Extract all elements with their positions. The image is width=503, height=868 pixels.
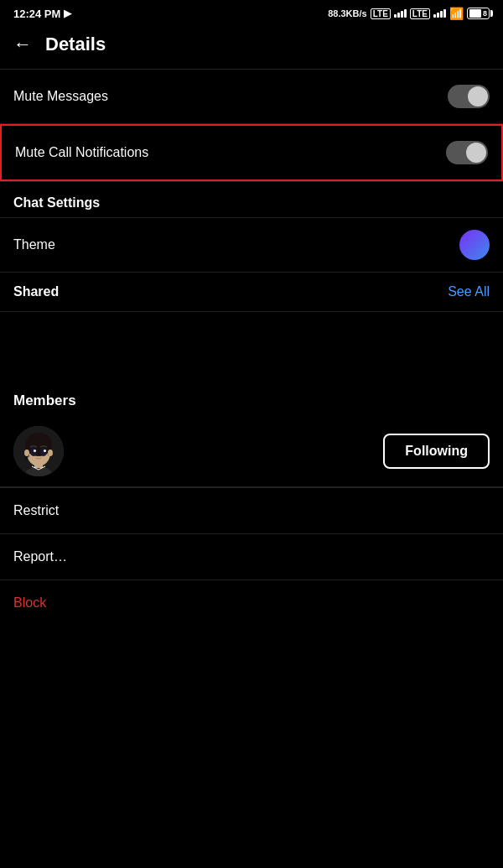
- restrict-label: Restrict: [13, 503, 59, 517]
- lte-icon-2: LTE: [410, 8, 430, 19]
- avatar-svg: [13, 426, 64, 476]
- theme-label: Theme: [13, 237, 55, 252]
- battery-indicator: 8: [467, 8, 490, 19]
- shared-label: Shared: [13, 284, 59, 299]
- signal-bars-1: [394, 9, 407, 18]
- report-label: Report…: [13, 549, 67, 564]
- member-row: Following: [0, 416, 503, 486]
- svg-point-9: [40, 448, 47, 456]
- following-button[interactable]: Following: [383, 434, 490, 469]
- spacer: [0, 312, 503, 379]
- speed-label: 88.3KB/s: [328, 8, 366, 18]
- avatar: [13, 426, 64, 476]
- svg-point-7: [48, 450, 53, 456]
- svg-point-10: [34, 450, 36, 452]
- mute-messages-label: Mute Messages: [13, 89, 108, 104]
- time-label: 12:24 PM: [13, 8, 60, 20]
- battery-level: 8: [483, 9, 487, 18]
- signal-bars-2: [433, 9, 446, 18]
- mute-call-notifications-row[interactable]: Mute Call Notifications: [0, 124, 503, 181]
- shared-row: Shared See All: [0, 273, 503, 311]
- see-all-button[interactable]: See All: [448, 284, 490, 299]
- members-section-header: Members: [0, 379, 503, 416]
- back-button[interactable]: ←: [13, 34, 32, 55]
- svg-point-8: [30, 448, 37, 456]
- avatar-image: [13, 426, 64, 476]
- location-icon: ▶: [64, 8, 71, 19]
- theme-row[interactable]: Theme: [0, 218, 503, 272]
- restrict-row[interactable]: Restrict: [0, 487, 503, 533]
- mute-call-label: Mute Call Notifications: [15, 145, 148, 160]
- block-label: Block: [13, 595, 46, 610]
- lte-icon: LTE: [371, 8, 391, 19]
- mute-call-toggle[interactable]: [446, 141, 488, 164]
- members-label: Members: [13, 392, 76, 408]
- chat-settings-label: Chat Settings: [13, 195, 100, 210]
- member-left: [13, 426, 64, 476]
- page-title: Details: [45, 34, 106, 55]
- status-bar: 12:24 PM ▶ 88.3KB/s LTE LTE 📶 8: [0, 0, 503, 23]
- svg-point-11: [44, 450, 46, 452]
- mute-messages-toggle[interactable]: [448, 85, 490, 108]
- wifi-icon: 📶: [449, 7, 464, 20]
- status-right: 88.3KB/s LTE LTE 📶 8: [328, 7, 490, 20]
- header: ← Details: [0, 23, 503, 69]
- block-row[interactable]: Block: [0, 580, 503, 626]
- svg-point-6: [24, 450, 29, 456]
- status-left: 12:24 PM ▶: [13, 8, 71, 20]
- chat-settings-header: Chat Settings: [0, 182, 503, 217]
- report-row[interactable]: Report…: [0, 533, 503, 580]
- mute-messages-row[interactable]: Mute Messages: [0, 70, 503, 123]
- theme-color-circle[interactable]: [459, 230, 490, 260]
